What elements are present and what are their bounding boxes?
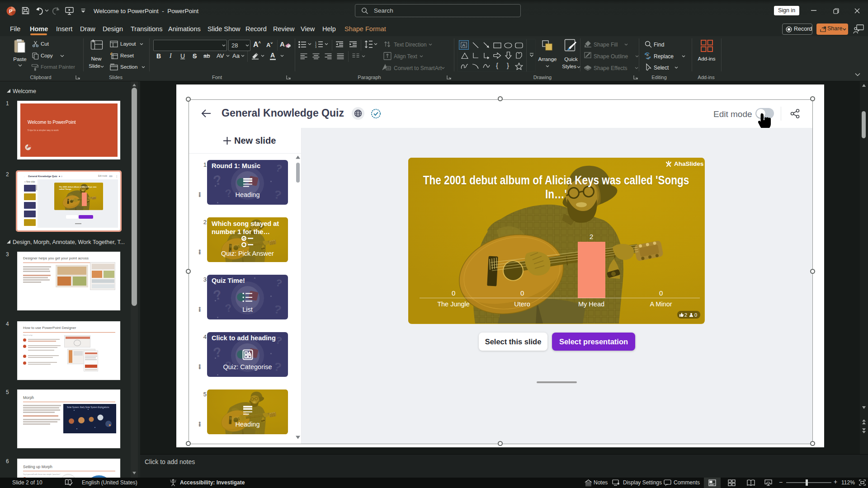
svg-text:P: P (9, 9, 12, 14)
svg-text:3: 3 (315, 46, 316, 48)
svg-text:A: A (462, 42, 466, 47)
svg-text:P: P (27, 145, 29, 150)
svg-text:A: A (387, 41, 390, 44)
svg-text:c: c (647, 56, 649, 60)
